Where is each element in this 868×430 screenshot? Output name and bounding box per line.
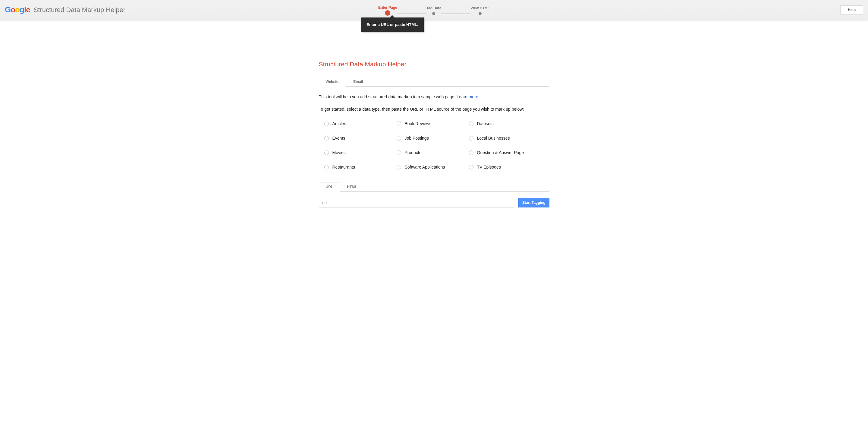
radio-icon [397, 136, 401, 141]
input-tabs-wrapper: URL HTML Start Tagging [319, 182, 550, 207]
radio-job-postings[interactable]: Job Postings [397, 136, 469, 141]
radio-label: Articles [333, 121, 346, 126]
help-button[interactable]: Help [840, 5, 863, 15]
radio-icon [397, 165, 401, 169]
tab-website[interactable]: Website [319, 77, 347, 87]
progress-stepper: Enter Page Tag Data View HTML [378, 5, 490, 16]
step-label: Tag Data [427, 6, 441, 10]
radio-restaurants[interactable]: Restaurants [324, 165, 397, 169]
instructions-text: To get started, select a data type, then… [319, 107, 550, 112]
step-tooltip: Enter a URL or paste HTML. [361, 18, 424, 32]
content-type-tabs: Website Email [319, 77, 550, 87]
radio-tv-episodes[interactable]: TV Episodes [469, 165, 541, 169]
radio-label: TV Episodes [477, 165, 501, 169]
radio-label: Restaurants [333, 165, 355, 169]
radio-label: Local Businesses [477, 136, 510, 141]
radio-local-businesses[interactable]: Local Businesses [469, 136, 541, 141]
step-label: Enter Page [378, 5, 397, 10]
radio-qa-page[interactable]: Question & Answer Page [469, 150, 541, 155]
radio-articles[interactable]: Articles [324, 121, 397, 126]
intro-prefix: This tool will help you add structured-d… [319, 94, 457, 99]
header-bar: Google Structured Data Markup Helper Ent… [0, 0, 868, 20]
main-content: Structured Data Markup Helper Website Em… [319, 20, 550, 207]
radio-movies[interactable]: Movies [324, 150, 397, 155]
radio-icon [469, 121, 473, 126]
step-view-html[interactable]: View HTML [470, 6, 490, 15]
radio-label: Products [405, 150, 421, 155]
radio-icon [324, 165, 329, 169]
radio-icon [324, 121, 329, 126]
radio-label: Job Postings [405, 136, 429, 141]
radio-label: Datasets [477, 121, 494, 126]
radio-events[interactable]: Events [324, 136, 397, 141]
input-source-tabs: URL HTML [319, 182, 550, 192]
step-dot-icon [478, 12, 482, 15]
radio-icon [469, 150, 473, 155]
url-input[interactable] [319, 198, 515, 207]
start-tagging-button[interactable]: Start Tagging [518, 198, 549, 207]
url-input-row: Start Tagging [319, 198, 550, 207]
radio-datasets[interactable]: Datasets [469, 121, 541, 126]
google-logo: Google [5, 5, 30, 15]
radio-icon [469, 165, 473, 169]
intro-text: This tool will help you add structured-d… [319, 94, 550, 100]
app-title: Structured Data Markup Helper [34, 6, 125, 14]
radio-icon [397, 121, 401, 126]
data-type-grid: Articles Book Reviews Datasets Events Jo… [324, 121, 550, 169]
radio-book-reviews[interactable]: Book Reviews [397, 121, 469, 126]
tab-email[interactable]: Email [346, 77, 370, 87]
learn-more-link[interactable]: Learn more [457, 94, 478, 99]
radio-label: Software Applications [405, 165, 445, 169]
radio-products[interactable]: Products [397, 150, 469, 155]
radio-icon [324, 136, 329, 141]
radio-label: Question & Answer Page [477, 150, 524, 155]
radio-label: Movies [333, 150, 346, 155]
logo-block: Google Structured Data Markup Helper [5, 5, 125, 15]
tab-url[interactable]: URL [319, 182, 340, 192]
step-connector [397, 13, 427, 14]
radio-label: Book Reviews [405, 121, 432, 126]
tab-html[interactable]: HTML [340, 182, 364, 192]
page-title: Structured Data Markup Helper [319, 61, 550, 68]
step-tag-data[interactable]: Tag Data [427, 6, 441, 15]
step-dot-icon [432, 12, 435, 15]
radio-icon [397, 150, 401, 155]
radio-label: Events [333, 136, 345, 141]
radio-software-applications[interactable]: Software Applications [397, 165, 469, 169]
step-connector [441, 13, 470, 14]
step-enter-page[interactable]: Enter Page [378, 5, 397, 16]
radio-icon [469, 136, 473, 141]
radio-icon [324, 150, 329, 155]
step-label: View HTML [470, 6, 490, 10]
